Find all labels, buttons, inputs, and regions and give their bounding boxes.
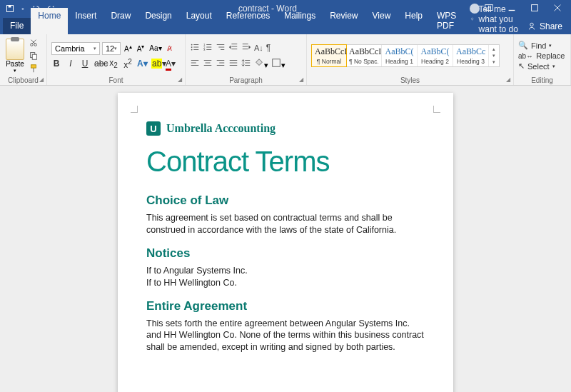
tab-home[interactable]: Home <box>31 8 68 34</box>
close-icon[interactable] <box>552 3 562 14</box>
editing-group-label: Editing <box>531 76 553 84</box>
tab-layout[interactable]: Layout <box>179 8 219 34</box>
tab-file[interactable]: File <box>3 18 31 34</box>
show-marks-icon[interactable]: ¶ <box>266 43 271 53</box>
change-case-icon[interactable]: Aa▾ <box>148 44 163 52</box>
group-editing: 🔍Find▾ ab↔Replace ↖Select▾ Editing <box>514 34 571 85</box>
chevron-down-icon: ▾ <box>94 46 96 51</box>
paste-icon <box>6 39 24 60</box>
bullets-icon[interactable] <box>190 42 200 54</box>
workspace[interactable]: U Umbrella Acccounting Contract Terms Ch… <box>0 86 571 392</box>
styles-gallery[interactable]: AaBbCcI¶ NormalAaBbCcI¶ No Spac...AaBbC(… <box>311 44 500 67</box>
italic-button[interactable]: I <box>66 59 76 69</box>
svg-point-18 <box>191 44 193 45</box>
tell-me-search[interactable]: Tell me what you want to do <box>470 4 518 34</box>
justify-icon[interactable] <box>228 58 238 69</box>
section-heading[interactable]: Choice of Law <box>146 194 425 208</box>
style-preview: AaBbC( <box>385 46 414 58</box>
section-body[interactable]: This agreement is set based on contractu… <box>146 212 425 236</box>
replace-button[interactable]: ab↔Replace <box>518 51 565 60</box>
group-clipboard: Paste ▾ Clipboard◢ <box>0 34 47 85</box>
tabstrip: File HomeInsertDrawDesignLayoutReference… <box>0 17 571 34</box>
tab-help[interactable]: Help <box>398 8 430 34</box>
group-styles: AaBbCcI¶ NormalAaBbCcI¶ No Spac...AaBbC(… <box>307 34 514 85</box>
tab-mailings[interactable]: Mailings <box>277 8 323 34</box>
tab-design[interactable]: Design <box>138 8 178 34</box>
maximize-icon[interactable] <box>530 3 540 14</box>
copy-icon[interactable] <box>29 51 39 61</box>
superscript-button[interactable]: x2 <box>123 58 133 70</box>
increase-indent-icon[interactable] <box>241 42 251 54</box>
text-effects-icon[interactable]: A▾ <box>137 59 147 69</box>
dialog-launcher-icon[interactable]: ◢ <box>506 76 510 83</box>
multilevel-list-icon[interactable] <box>216 42 226 54</box>
svg-rect-1 <box>9 6 11 8</box>
document-title[interactable]: Contract Terms <box>146 146 425 178</box>
grow-font-icon[interactable]: A▴ <box>123 43 133 53</box>
style-name: Heading 3 <box>456 58 485 65</box>
dialog-launcher-icon[interactable]: ◢ <box>39 76 44 83</box>
paragraph-group-label: Paragraph <box>229 76 263 84</box>
clipboard-group-label: Clipboard <box>8 76 39 84</box>
chevron-up-icon: ▴ <box>492 46 495 52</box>
style-item[interactable]: AaBbCcHeading 3 <box>453 45 489 66</box>
chevron-down-icon: ▾ <box>114 46 117 51</box>
shrink-font-icon[interactable]: A▾ <box>136 43 146 53</box>
bold-button[interactable]: B <box>51 59 61 69</box>
numbering-icon[interactable]: 123 <box>203 42 213 54</box>
align-right-icon[interactable] <box>216 58 226 69</box>
svg-rect-16 <box>31 65 36 68</box>
section-body[interactable]: This sets forth the entire agreement bet… <box>146 318 425 354</box>
section-body[interactable]: If to Angular Systems Inc. If to HH Well… <box>146 265 425 289</box>
sort-icon[interactable]: A↓ <box>254 44 263 52</box>
highlight-color-icon[interactable]: ab▾ <box>151 59 161 69</box>
style-item[interactable]: AaBbC(Heading 1 <box>382 45 418 66</box>
tab-draw[interactable]: Draw <box>103 8 138 34</box>
clear-formatting-icon[interactable]: A̷ <box>166 44 173 52</box>
tab-view[interactable]: View <box>365 8 398 34</box>
shading-icon[interactable]: ▾ <box>254 58 268 70</box>
tab-insert[interactable]: Insert <box>68 8 103 34</box>
group-paragraph: 123 A↓ ¶ ▾ ▾ Paragraph◢ <box>186 34 307 85</box>
tab-review[interactable]: Review <box>323 8 365 34</box>
font-color-icon[interactable]: A▾ <box>166 59 176 69</box>
tab-references[interactable]: References <box>219 8 277 34</box>
section-heading[interactable]: Entire Agreement <box>146 299 425 313</box>
chevron-down-icon: ▾ <box>552 64 555 69</box>
document-page[interactable]: U Umbrella Acccounting Contract Terms Ch… <box>118 93 453 392</box>
share-icon <box>527 21 537 31</box>
dialog-launcher-icon[interactable]: ◢ <box>299 76 303 83</box>
font-name-value: Cambria <box>55 44 85 53</box>
find-button[interactable]: 🔍Find▾ <box>518 41 565 50</box>
style-preview: AaBbCcI <box>315 46 343 58</box>
align-left-icon[interactable] <box>190 58 200 69</box>
tab-wps-pdf[interactable]: WPS PDF <box>430 8 463 34</box>
share-button[interactable]: Share <box>518 19 571 34</box>
subscript-button[interactable]: x2 <box>108 58 118 69</box>
font-size-select[interactable]: 12▾ <box>102 42 121 55</box>
font-name-select[interactable]: Cambria▾ <box>51 42 100 55</box>
select-button[interactable]: ↖Select▾ <box>518 61 565 71</box>
group-font: Cambria▾ 12▾ A▴ A▾ Aa▾ A̷ B I U abc x2 x… <box>47 34 186 85</box>
chevron-down-icon: ▾ <box>492 53 495 59</box>
style-item[interactable]: AaBbC(Heading 2 <box>418 45 453 66</box>
decrease-indent-icon[interactable] <box>228 42 238 54</box>
borders-icon[interactable]: ▾ <box>271 58 286 70</box>
style-preview: AaBbCcI <box>349 46 378 58</box>
styles-more-button[interactable]: ▴▾▾ <box>489 45 499 66</box>
style-item[interactable]: AaBbCcI¶ No Spac... <box>346 45 382 66</box>
format-painter-icon[interactable] <box>29 64 39 74</box>
svg-point-20 <box>191 46 193 48</box>
line-spacing-icon[interactable] <box>241 58 251 69</box>
share-label: Share <box>540 21 562 31</box>
section-heading[interactable]: Notices <box>146 246 425 261</box>
cut-icon[interactable] <box>29 38 39 48</box>
paste-button[interactable]: Paste ▾ <box>4 39 26 74</box>
align-center-icon[interactable] <box>203 58 213 69</box>
underline-button[interactable]: U <box>80 59 90 69</box>
strikethrough-button[interactable]: abc <box>94 59 104 69</box>
svg-rect-15 <box>32 54 36 59</box>
style-item[interactable]: AaBbCcI¶ Normal <box>311 44 347 67</box>
save-icon[interactable] <box>6 4 14 13</box>
dialog-launcher-icon[interactable]: ◢ <box>178 76 182 83</box>
